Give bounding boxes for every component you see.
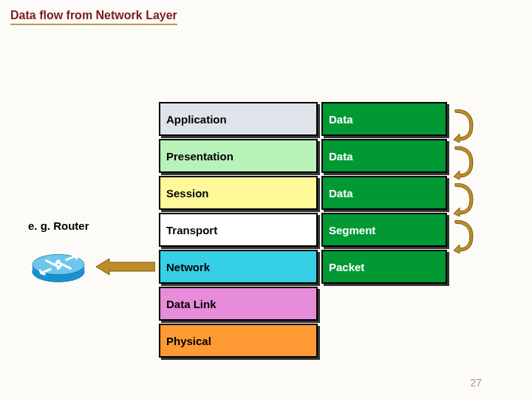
layer-name-box: Data Link — [159, 287, 318, 321]
slide-title: Data flow from Network Layer — [10, 9, 177, 25]
flow-arrow-icon — [454, 220, 476, 253]
router-icon — [30, 242, 87, 287]
layer-name-box: Network — [159, 250, 318, 284]
layer-row: SessionData — [159, 176, 447, 210]
layer-row: NetworkPacket — [159, 250, 447, 284]
pdu-box: Packet — [321, 250, 447, 284]
osi-stack: ApplicationDataPresentationDataSessionDa… — [159, 102, 447, 361]
layer-name-box: Physical — [159, 324, 318, 358]
layer-name-box: Transport — [159, 213, 318, 247]
layer-row: PresentationData — [159, 139, 447, 173]
pdu-box: Data — [321, 139, 447, 173]
flow-arrow-icon — [454, 183, 476, 216]
pdu-box: Segment — [321, 213, 447, 247]
layer-name-box: Session — [159, 176, 318, 210]
layer-name-box: Application — [159, 102, 318, 136]
layer-row: Physical — [159, 324, 447, 358]
pointer-arrow-icon — [96, 259, 155, 275]
layer-row: ApplicationData — [159, 102, 447, 136]
flow-arrow-icon — [454, 146, 476, 180]
pdu-box: Data — [321, 102, 447, 136]
layer-name-box: Presentation — [159, 139, 318, 173]
pdu-box: Data — [321, 176, 447, 210]
page-number: 27 — [470, 377, 482, 389]
flow-arrow-icon — [454, 109, 476, 143]
router-label: e. g. Router — [28, 219, 89, 232]
layer-row: TransportSegment — [159, 213, 447, 247]
layer-row: Data Link — [159, 287, 447, 321]
